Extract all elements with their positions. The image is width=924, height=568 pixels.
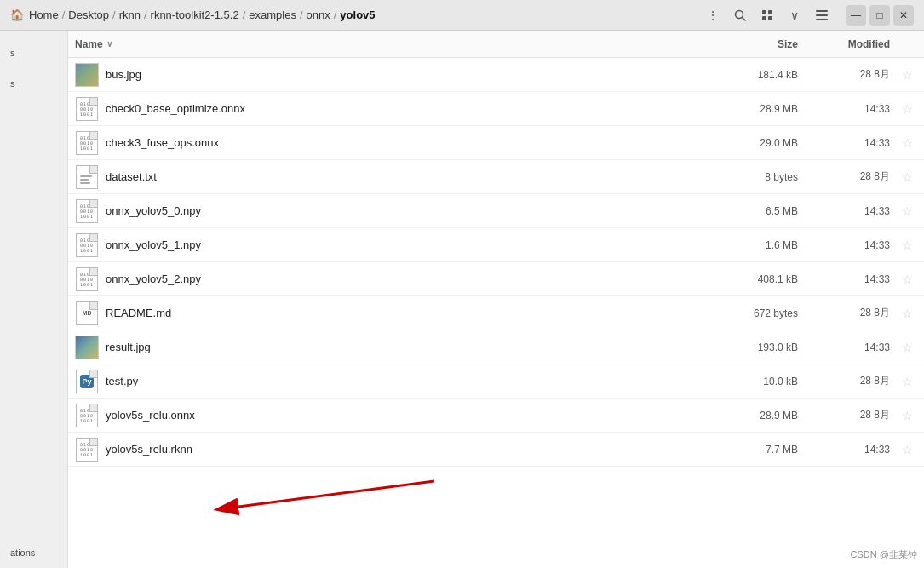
- search-button[interactable]: [728, 3, 752, 27]
- file-modified-npy0: 14:33: [812, 205, 897, 217]
- file-modified-dataset: 28 8月: [812, 169, 897, 184]
- star-bus[interactable]: ☆: [897, 68, 917, 82]
- file-size-testpy: 10.0 kB: [709, 376, 812, 387]
- file-size-relu-onnx: 28.9 MB: [709, 410, 812, 422]
- sidebar-label-1: s: [10, 78, 15, 89]
- breadcrumb: Home / Desktop / rknn / rknn-toolkit2-1.…: [29, 9, 696, 21]
- svg-rect-4: [762, 16, 766, 20]
- breadcrumb-rknn[interactable]: rknn: [119, 9, 141, 21]
- breadcrumb-examples[interactable]: examples: [249, 9, 296, 21]
- file-size-npy1: 1.6 MB: [709, 239, 812, 251]
- column-headers: Name ∨ Size Modified: [68, 31, 924, 58]
- binary-icon-npy0: 010000101001: [76, 199, 98, 223]
- svg-rect-7: [816, 14, 828, 16]
- star-testpy[interactable]: ☆: [897, 375, 917, 388]
- file-name-result: result.jpg: [106, 341, 709, 353]
- file-row[interactable]: 010000101001 yolov5s_relu.onnx 28.9 MB 2…: [68, 399, 924, 433]
- col-name-header[interactable]: Name ∨: [75, 38, 709, 50]
- file-icon-relu-onnx: 010000101001: [75, 404, 99, 427]
- file-icon-dataset: [75, 165, 99, 189]
- breadcrumb-desktop[interactable]: Desktop: [68, 9, 109, 21]
- file-size-readme: 672 bytes: [709, 307, 812, 319]
- file-icon-relu-rknn: 010000101001: [75, 438, 99, 462]
- star-dataset[interactable]: ☆: [897, 170, 917, 184]
- file-list: bus.jpg 181.4 kB 28 8月 ☆ 010000101001 ch…: [68, 58, 924, 568]
- file-row[interactable]: 010000101001 onnx_yolov5_0.npy 6.5 MB 14…: [68, 194, 924, 228]
- star-npy2[interactable]: ☆: [897, 273, 917, 286]
- file-row[interactable]: 010000101001 onnx_yolov5_2.npy 408.1 kB …: [68, 262, 924, 296]
- grid-view-button[interactable]: [755, 3, 779, 27]
- binary-icon-check0: 010000101001: [76, 97, 98, 121]
- file-size-check3: 29.0 MB: [709, 137, 812, 149]
- star-check0[interactable]: ☆: [897, 102, 917, 116]
- file-modified-readme: 28 8月: [812, 306, 897, 320]
- thumbnail-result: [75, 336, 99, 359]
- svg-rect-2: [762, 10, 766, 14]
- watermark: CSDN @韭菜钟: [851, 548, 917, 561]
- md-icon-readme: MD: [76, 301, 98, 325]
- file-size-npy2: 408.1 kB: [709, 273, 812, 285]
- main-layout: s s ations Name ∨ Size Modified: [0, 31, 924, 568]
- file-icon-check0: 010000101001: [75, 97, 99, 121]
- file-row[interactable]: dataset.txt 8 bytes 28 8月 ☆: [68, 160, 924, 194]
- file-size-dataset: 8 bytes: [709, 171, 812, 183]
- file-modified-testpy: 28 8月: [812, 374, 897, 388]
- binary-icon-check3: 010000101001: [76, 131, 98, 155]
- list-view-button[interactable]: [810, 3, 834, 27]
- sidebar-label-0: s: [10, 48, 15, 58]
- text-icon-dataset: [76, 165, 98, 189]
- file-icon-npy2: 010000101001: [75, 267, 99, 291]
- file-name-relu-rknn: yolov5s_relu.rknn: [106, 443, 709, 456]
- file-row[interactable]: 010000101001 check3_fuse_ops.onnx 29.0 M…: [68, 126, 924, 160]
- file-row[interactable]: bus.jpg 181.4 kB 28 8月 ☆: [68, 58, 924, 92]
- star-result[interactable]: ☆: [897, 341, 917, 354]
- svg-rect-3: [768, 10, 772, 14]
- file-modified-check3: 14:33: [812, 137, 897, 149]
- file-row[interactable]: MD README.md 672 bytes 28 8月 ☆: [68, 296, 924, 330]
- file-name-check3: check3_fuse_ops.onnx: [106, 136, 709, 149]
- minimize-button[interactable]: —: [846, 5, 866, 26]
- sort-arrow-icon: ∨: [106, 39, 112, 49]
- sidebar-item-1[interactable]: s: [0, 68, 67, 99]
- maximize-button[interactable]: □: [869, 5, 890, 26]
- star-npy1[interactable]: ☆: [897, 238, 917, 252]
- breadcrumb-onnx[interactable]: onnx: [307, 9, 330, 21]
- star-relu-onnx[interactable]: ☆: [897, 409, 917, 422]
- file-icon-npy1: 010000101001: [75, 233, 99, 257]
- file-icon-bus: [75, 63, 99, 87]
- file-row[interactable]: 010000101001 check0_base_optimize.onnx 2…: [68, 92, 924, 126]
- file-icon-testpy: Py: [75, 370, 99, 393]
- star-readme[interactable]: ☆: [897, 307, 917, 320]
- file-size-relu-rknn: 7.7 MB: [709, 444, 812, 456]
- svg-line-1: [743, 17, 746, 20]
- window-controls: — □ ✕: [846, 5, 914, 26]
- sidebar-item-0[interactable]: s: [0, 37, 67, 68]
- close-button[interactable]: ✕: [893, 5, 914, 26]
- sidebar-label-2: ations: [10, 548, 35, 558]
- titlebar-actions: ⋮ ∨: [701, 3, 834, 27]
- col-size-header[interactable]: Size: [709, 38, 812, 50]
- col-modified-header[interactable]: Modified: [812, 38, 897, 50]
- file-row[interactable]: Py test.py 10.0 kB 28 8月 ☆: [68, 364, 924, 399]
- star-relu-rknn[interactable]: ☆: [897, 443, 917, 456]
- file-icon-check3: 010000101001: [75, 131, 99, 155]
- breadcrumb-home[interactable]: Home: [29, 9, 59, 21]
- file-name-npy0: onnx_yolov5_0.npy: [106, 204, 709, 217]
- breadcrumb-yolov5[interactable]: yolov5: [340, 9, 375, 21]
- chevron-down-button[interactable]: ∨: [783, 3, 806, 27]
- file-row[interactable]: 010000101001 yolov5s_relu.rknn 7.7 MB 14…: [68, 433, 924, 467]
- star-npy0[interactable]: ☆: [897, 204, 917, 218]
- file-row[interactable]: result.jpg 193.0 kB 14:33 ☆: [68, 330, 924, 364]
- file-name-readme: README.md: [106, 307, 709, 319]
- file-size-result: 193.0 kB: [709, 341, 812, 353]
- file-row[interactable]: 010000101001 onnx_yolov5_1.npy 1.6 MB 14…: [68, 228, 924, 262]
- svg-rect-5: [768, 16, 772, 20]
- file-icon-result: [75, 336, 99, 359]
- menu-button[interactable]: ⋮: [701, 3, 725, 27]
- file-modified-npy1: 14:33: [812, 239, 897, 251]
- file-icon-npy0: 010000101001: [75, 199, 99, 223]
- breadcrumb-toolkit[interactable]: rknn-toolkit2-1.5.2: [151, 9, 239, 21]
- star-check3[interactable]: ☆: [897, 136, 917, 150]
- sidebar-item-2[interactable]: ations: [0, 537, 67, 568]
- content-area: Name ∨ Size Modified bus.jpg 181.4 kB 28…: [68, 31, 924, 568]
